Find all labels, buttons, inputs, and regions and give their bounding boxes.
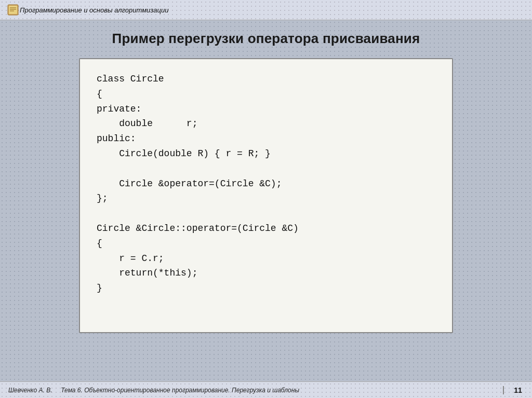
footer-topic: Тема 6. Объектно-ориентированное програм… [61, 387, 299, 394]
footer-author-topic: Шевченко А. В. Тема 6. Объектно-ориентир… [8, 387, 299, 394]
header-icon [6, 3, 20, 17]
footer-author: Шевченко А. В. [8, 387, 52, 394]
footer-page-number: 11 [503, 386, 524, 394]
main-content: Пример перегрузки оператора присваивания… [0, 20, 532, 381]
code-box: class Circle { private: double r; public… [79, 58, 453, 333]
footer: Шевченко А. В. Тема 6. Объектно-ориентир… [0, 381, 532, 398]
slide-title: Пример перегрузки оператора присваивания [112, 31, 420, 47]
header: Программирование и основы алгоритмизации [0, 0, 532, 20]
header-title: Программирование и основы алгоритмизации [20, 6, 168, 14]
svg-rect-1 [9, 6, 17, 14]
code-content: class Circle { private: double r; public… [97, 72, 435, 296]
